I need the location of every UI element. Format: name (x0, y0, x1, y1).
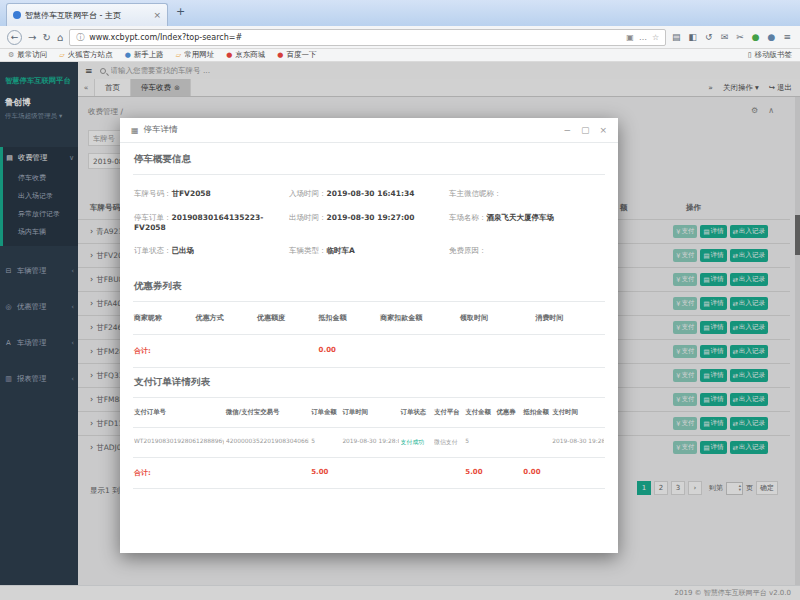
maximize-icon[interactable]: ▢ (581, 125, 590, 135)
browser-tab-title: 智慧停车互联网平台 - 主页 (25, 10, 149, 21)
payment-deduct (523, 438, 550, 447)
payment-total-deduct: 0.00 (523, 468, 550, 478)
reload-button[interactable]: ↻ (42, 32, 50, 43)
summary-field: 停车订单：20190830164135223-FV2058 (134, 213, 289, 232)
summary-field: 出场时间：2019-08-30 19:27:00 (289, 213, 449, 232)
tab-close-icon[interactable]: × (153, 10, 161, 20)
home-button[interactable]: ⌂ (57, 32, 63, 43)
payment-coupon (497, 438, 522, 447)
close-icon[interactable]: × (599, 125, 607, 135)
minimize-icon[interactable]: − (563, 125, 571, 135)
modal-controls: − ▢ × (563, 125, 607, 135)
summary-field: 车场名称：酒泉飞天大厦停车场 (449, 213, 604, 232)
folder-icon: ▱ (176, 51, 181, 59)
payment-total-paid: 5.00 (465, 468, 494, 478)
summary-section-title: 停车概要信息 (133, 145, 605, 175)
browser-titlebar: 智慧停车互联网平台 - 主页 × + (0, 0, 800, 26)
payment-pay-time: 2019-08-30 19:28:12 (552, 438, 604, 447)
gear-icon: ⚙ (8, 51, 14, 59)
modal-header: ▦ 停车详情 − ▢ × (120, 118, 618, 143)
app-window: 智慧停车互联网平台 鲁创博 停车场超级管理员 ▾ ▤ 收费管理 ∨ 停车收费 出… (0, 62, 800, 600)
payment-paid-amount: 5 (465, 438, 494, 447)
bookmark-star-icon[interactable]: ☆ (652, 33, 659, 42)
app-menu-icon[interactable]: ≡ (783, 32, 791, 42)
sidebars-icon[interactable]: ◧ (689, 32, 698, 42)
payment-status: 支付成功 (401, 438, 432, 447)
message-icon[interactable]: ✉ (721, 32, 729, 42)
summary-field: 车辆类型：临时车A (289, 246, 449, 256)
parking-detail-modal: ▦ 停车详情 − ▢ × 停车概要信息 车牌号码：甘FV2058 入场时间：20… (120, 118, 618, 553)
site-dot-icon: ● (226, 51, 232, 59)
url-bar[interactable]: ⓘ www.xcbypt.com/Index?top-search=# ▣ … … (69, 29, 666, 46)
bookmark-getting-started[interactable]: ●新手上路 (125, 50, 164, 60)
coupon-table-header: 商家昵称优惠方式 优惠额度抵扣金额 商家扣款金额领取时间 消费时间 (133, 302, 605, 334)
coupon-total-deduct: 0.00 (319, 346, 379, 356)
screenshot-icon[interactable]: ✂ (736, 32, 744, 42)
url-text[interactable]: www.xcbypt.com/Index?top-search=# (89, 33, 621, 42)
bookmark-jd[interactable]: ●京东商城 (226, 50, 265, 60)
bookmarks-bar: ⚙最常访问 ▱火狐官方站点 ●新手上路 ▱常用网址 ●京东商城 ●百度一下 ▯移… (0, 49, 800, 62)
payment-section-title: 支付订单详情列表 (133, 368, 605, 398)
summary-field: 订单状态：已出场 (134, 246, 289, 256)
folder-icon: ▱ (59, 51, 64, 59)
coupon-section-title: 优惠券列表 (133, 272, 605, 302)
payment-total-label: 合计: (134, 468, 224, 478)
summary-field: 车主微信昵称： (449, 189, 604, 199)
payment-total-amount: 5.00 (311, 468, 340, 478)
addon-green-icon[interactable]: ● (752, 32, 760, 42)
page-action-icon[interactable]: ▣ (626, 33, 634, 42)
payment-txn-no: 4200000352201908304066595073 (226, 438, 309, 447)
payment-order-amount: 5 (311, 438, 340, 447)
bookmark-most-visited[interactable]: ⚙最常访问 (8, 50, 47, 60)
screen: 智慧停车互联网平台 - 主页 × + ← → ↻ ⌂ ⓘ www.xcbypt.… (0, 0, 800, 600)
payment-order-time: 2019-08-30 19:28:06 (342, 438, 398, 447)
back-button[interactable]: ← (7, 30, 22, 45)
favicon-icon (13, 11, 21, 19)
browser-navbar: ← → ↻ ⌂ ⓘ www.xcbypt.com/Index?top-searc… (0, 26, 800, 49)
page-more-icon[interactable]: … (639, 33, 647, 42)
forward-button[interactable]: → (28, 32, 36, 43)
browser-toolbar-icons: ▤ ◧ ↺ ✉ ✂ ● ● ≡ (672, 32, 793, 42)
summary-field: 免费原因： (449, 246, 604, 256)
site-dot-icon: ● (277, 51, 283, 59)
modal-title: 停车详情 (144, 124, 178, 136)
bookmark-common-sites-folder[interactable]: ▱常用网址 (176, 50, 214, 60)
phone-icon: ▯ (748, 51, 752, 59)
payment-table-header: 支付订单号微信/支付宝交易号 订单金额订单时间 订单状态支付平台 支付金额优惠券… (133, 398, 605, 427)
detail-grid-icon: ▦ (131, 126, 139, 135)
modal-body: 停车概要信息 车牌号码：甘FV2058 入场时间：2019-08-30 16:4… (120, 143, 618, 489)
site-dot-icon: ● (125, 51, 131, 59)
browser-tab[interactable]: 智慧停车互联网平台 - 主页 × (6, 3, 168, 26)
new-tab-button[interactable]: + (176, 5, 185, 18)
coupon-total-label: 合计: (134, 346, 194, 356)
site-info-icon[interactable]: ⓘ (76, 32, 84, 43)
bookmark-firefox-folder[interactable]: ▱火狐官方站点 (59, 50, 112, 60)
mobile-bookmarks[interactable]: ▯移动版书签 (748, 50, 792, 60)
payment-row: WT201908301928061288896yb9na5ej 42000003… (133, 427, 605, 457)
payment-order-no: WT201908301928061288896yb9na5ej (134, 438, 224, 447)
summary-field: 入场时间：2019-08-30 16:41:34 (289, 189, 449, 199)
addon-blue-icon[interactable]: ● (768, 32, 776, 42)
bookmark-baidu[interactable]: ●百度一下 (277, 50, 316, 60)
payment-total-row: 合计: 5.00 5.00 0.00 (133, 457, 605, 489)
summary-grid: 车牌号码：甘FV2058 入场时间：2019-08-30 16:41:34 车主… (133, 175, 605, 272)
payment-platform: 微信支付 (434, 438, 463, 447)
summary-field: 车牌号码：甘FV2058 (134, 189, 289, 199)
sync-icon[interactable]: ↺ (705, 32, 713, 42)
coupon-total-row: 合计: 0.00 (133, 334, 605, 368)
library-icon[interactable]: ▤ (672, 32, 681, 42)
